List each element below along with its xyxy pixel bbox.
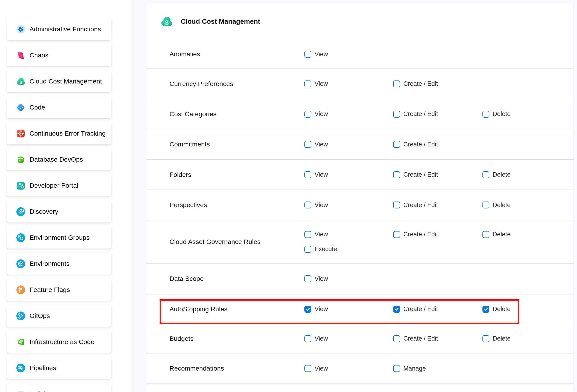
permission-view[interactable]: View <box>304 306 393 313</box>
sidebar-item-discovery[interactable]: Discovery <box>6 201 111 222</box>
permission-view[interactable]: View <box>304 80 393 87</box>
checkbox-manage[interactable] <box>393 365 400 372</box>
resource-label: Anomalies <box>170 50 304 58</box>
checkbox-view[interactable] <box>304 141 311 148</box>
checkbox-delete[interactable] <box>482 335 489 342</box>
permission-label: View <box>315 335 328 342</box>
checkbox-delete[interactable] <box>482 171 489 178</box>
environment-groups-icon <box>16 233 25 242</box>
gitops-branch-icon <box>16 311 25 321</box>
permission-create-edit[interactable]: Create / Edit <box>393 335 482 342</box>
checkbox-view[interactable] <box>304 306 311 313</box>
checkbox-view[interactable] <box>304 111 311 118</box>
sidebar-item-label: Infrastructure as Code <box>30 338 94 346</box>
permission-delete[interactable]: Delete <box>482 231 510 238</box>
permission-create-edit[interactable]: Create / Edit <box>393 80 482 87</box>
sidebar-item-gitops[interactable]: GitOps <box>6 305 111 327</box>
permission-manage[interactable]: Manage <box>393 365 482 372</box>
permission-column-3: Delete <box>482 171 574 178</box>
infrastructure-as-code-icon <box>16 337 25 347</box>
permission-execute[interactable]: Execute <box>304 246 337 253</box>
sidebar-item-code[interactable]: </>Code <box>6 96 111 118</box>
module-list: Administrative FunctionsChaos$Cloud Cost… <box>0 0 133 392</box>
discovery-icon <box>16 207 25 216</box>
sidebar-item-environment-groups[interactable]: Environment Groups <box>6 227 111 249</box>
permission-view[interactable]: View <box>304 231 328 238</box>
resource-label: Cost Categories <box>170 110 304 118</box>
checkbox-create-edit[interactable] <box>393 231 400 238</box>
permission-view[interactable]: View <box>304 335 393 342</box>
permission-label: View <box>315 171 328 178</box>
checkbox-view[interactable] <box>304 80 311 87</box>
permission-create-edit[interactable]: Create / Edit <box>393 202 482 209</box>
sidebar-item-continuous-error-tracking[interactable]: Continuous Error Tracking <box>6 122 111 144</box>
checkbox-view[interactable] <box>304 365 311 372</box>
checkbox-execute[interactable] <box>304 246 311 253</box>
permission-view[interactable]: View <box>304 202 393 209</box>
checkbox-delete[interactable] <box>482 306 489 313</box>
permission-delete[interactable]: Delete <box>482 171 574 178</box>
svg-text:$: $ <box>165 19 169 26</box>
permission-delete[interactable]: Delete <box>482 202 574 209</box>
permissions-rows: AnomaliesViewCurrency PreferencesViewCre… <box>146 40 574 384</box>
checkbox-create-edit[interactable] <box>393 111 400 118</box>
permission-label: Create / Edit <box>403 231 438 238</box>
checkbox-create-edit[interactable] <box>393 80 400 87</box>
checkbox-delete[interactable] <box>482 111 489 118</box>
permission-column-1: View <box>304 51 393 58</box>
permission-column-1: ViewExecute <box>304 227 393 257</box>
permission-delete[interactable]: Delete <box>482 306 574 313</box>
checkbox-create-edit[interactable] <box>393 141 400 148</box>
checkbox-view[interactable] <box>304 335 311 342</box>
permission-column-1: View <box>304 80 393 87</box>
permission-column-1: View <box>304 171 393 178</box>
permission-label: Delete <box>493 231 510 238</box>
permission-view[interactable]: View <box>304 275 393 283</box>
sidebar-item-cloud-cost-management[interactable]: $Cloud Cost Management <box>6 70 111 92</box>
sidebar-item-feature-flags[interactable]: Feature Flags <box>6 279 111 301</box>
sidebar-item-environments[interactable]: Environments <box>6 253 111 275</box>
sidebar-item-pipelines[interactable]: Pipelines <box>6 357 111 379</box>
sidebar-item-label: Pipelines <box>30 364 56 372</box>
code-diamond-icon: </> <box>16 103 25 112</box>
permission-column-2: Create / Edit <box>393 202 482 209</box>
permission-create-edit[interactable]: Create / Edit <box>393 231 438 238</box>
permission-delete[interactable]: Delete <box>482 335 574 342</box>
permission-view[interactable]: View <box>304 141 393 148</box>
checkbox-view[interactable] <box>304 171 311 178</box>
sidebar-item-infrastructure-as-code[interactable]: Infrastructure as Code <box>6 331 111 353</box>
permission-row-anomalies: AnomaliesView <box>146 40 574 69</box>
permission-view[interactable]: View <box>304 365 393 372</box>
resource-label: Cloud Asset Governance Rules <box>170 238 304 246</box>
permission-create-edit[interactable]: Create / Edit <box>393 110 482 118</box>
permission-column-3: Delete <box>482 335 574 342</box>
sidebar-item-chaos[interactable]: Chaos <box>6 44 111 66</box>
panel-title: Cloud Cost Management <box>181 18 260 25</box>
checkbox-delete[interactable] <box>482 202 489 209</box>
sidebar-item-database-devops[interactable]: ∞Database DevOps <box>6 148 111 170</box>
checkbox-create-edit[interactable] <box>393 202 400 209</box>
checkbox-view[interactable] <box>304 51 311 58</box>
sidebar-item-policies[interactable]: Policies <box>6 383 111 392</box>
checkbox-create-edit[interactable] <box>393 335 400 342</box>
checkbox-view[interactable] <box>304 231 311 238</box>
permission-view[interactable]: View <box>304 110 393 118</box>
checkbox-view[interactable] <box>304 202 311 209</box>
checkbox-view[interactable] <box>304 275 311 282</box>
permission-view[interactable]: View <box>304 171 393 178</box>
checkbox-create-edit[interactable] <box>393 171 400 178</box>
permission-column-2: Create / Edit <box>393 335 482 342</box>
permission-column-2: Create / Edit <box>393 80 482 87</box>
permission-delete[interactable]: Delete <box>482 110 574 118</box>
checkbox-create-edit[interactable] <box>393 306 400 313</box>
sidebar-item-label: Database DevOps <box>30 156 83 163</box>
permission-create-edit[interactable]: Create / Edit <box>393 141 482 148</box>
resource-label: Recommendations <box>170 365 304 372</box>
permission-create-edit[interactable]: Create / Edit <box>393 171 482 178</box>
permission-create-edit[interactable]: Create / Edit <box>393 306 482 313</box>
permission-column-3: Delete <box>482 202 574 209</box>
sidebar-item-developer-portal[interactable]: Developer Portal <box>6 175 111 196</box>
sidebar-item-administrative-functions[interactable]: Administrative Functions <box>6 18 111 40</box>
checkbox-delete[interactable] <box>482 231 489 238</box>
permission-view[interactable]: View <box>304 51 393 58</box>
